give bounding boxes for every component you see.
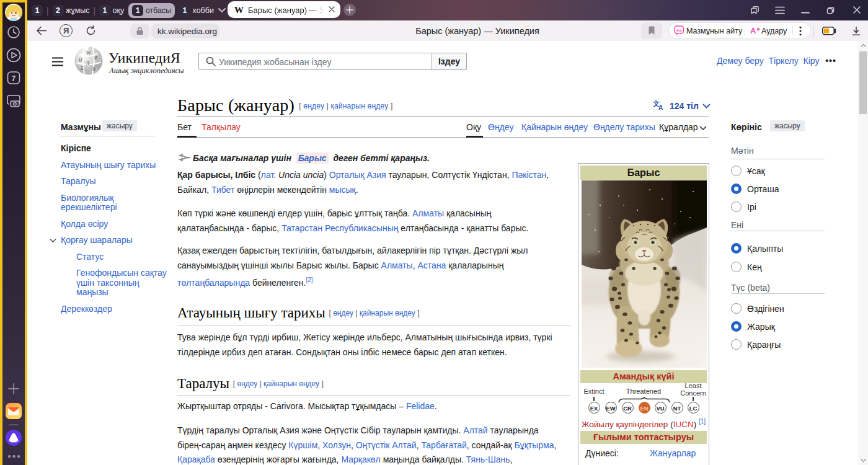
svg-text:A: A: [658, 104, 663, 110]
svg-text:Я: Я: [92, 66, 95, 72]
svg-text:Ξ: Ξ: [81, 66, 84, 71]
svg-text:Л: Л: [86, 61, 89, 66]
svg-text:7: 7: [12, 74, 16, 83]
svg-text:W: W: [86, 50, 91, 56]
svg-text:««: ««: [676, 27, 683, 33]
svg-text:Ω: Ω: [79, 57, 82, 63]
svg-text:И: И: [94, 55, 98, 61]
